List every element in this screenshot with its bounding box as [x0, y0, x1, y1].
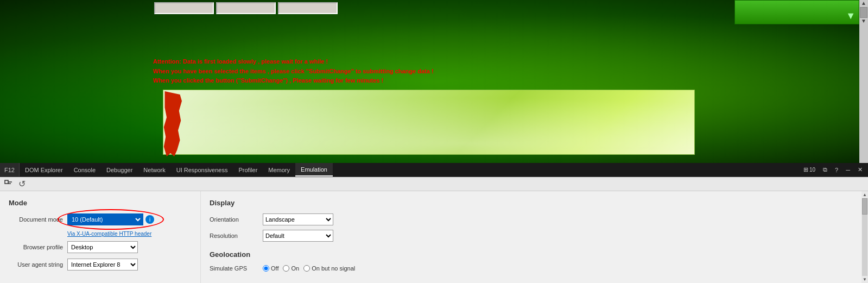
resolution-select[interactable]: Default 800x600 1024x768: [263, 230, 333, 242]
user-agent-label: User agent string: [9, 261, 63, 268]
geolocation-section-title: Geolocation: [210, 250, 859, 259]
user-agent-select[interactable]: Internet Explorer 8 Internet Explorer 11…: [67, 259, 138, 271]
green-area-scrollbar[interactable]: ▲ ▼: [859, 0, 868, 163]
tab-profiler[interactable]: Profiler: [233, 163, 263, 177]
emulation-content: Mode Document mode 10 (Default) 9 8 7 5 …: [0, 191, 868, 283]
browser-profile-select[interactable]: Desktop Windows Phone Custom: [67, 241, 138, 253]
svg-rect-0: [5, 180, 8, 184]
document-mode-label: Document mode: [9, 216, 63, 223]
top-green-button: ▼: [734, 0, 859, 24]
document-mode-select[interactable]: 10 (Default) 9 8 7 5 Edge: [67, 213, 143, 225]
panel-scroll-track[interactable]: [862, 198, 867, 276]
screen-count: 10: [809, 167, 815, 173]
document-mode-info-icon[interactable]: i: [145, 215, 154, 224]
tab-console[interactable]: Console: [68, 163, 101, 177]
top-button-3[interactable]: [278, 2, 338, 14]
scroll-up-arrow[interactable]: ▲: [861, 0, 866, 6]
devtools-panel: ↺ Mode Document mode 10 (Default) 9 8 7 …: [0, 177, 868, 283]
minimize-icon: ─: [846, 167, 850, 173]
geolocation-section: Geolocation Simulate GPS Off On: [210, 250, 859, 272]
gps-no-signal-option[interactable]: On but no signal: [303, 265, 355, 272]
top-button-1[interactable]: [154, 2, 214, 14]
gps-radio-group: Off On On but no signal: [263, 265, 355, 272]
gps-off-option[interactable]: Off: [263, 265, 278, 272]
light-green-content: [163, 90, 695, 155]
scroll-down-arrow[interactable]: ▼: [861, 18, 866, 24]
top-buttons-row: [152, 0, 340, 16]
new-window-button[interactable]: ⧉: [820, 165, 831, 174]
display-section: Display Orientation Landscape Portrait R…: [210, 199, 859, 242]
panel-scrollbar[interactable]: ▲ ▼: [861, 191, 868, 283]
tab-ui-responsiveness[interactable]: UI Responsiveness: [171, 163, 233, 177]
help-icon: ?: [835, 167, 838, 173]
tab-network[interactable]: Network: [138, 163, 170, 177]
top-button-2[interactable]: [216, 2, 276, 14]
gps-off-radio[interactable]: [263, 265, 269, 272]
gps-no-signal-label: On but no signal: [312, 265, 355, 272]
orientation-label: Orientation: [210, 216, 258, 223]
tab-memory[interactable]: Memory: [263, 163, 295, 177]
screen-icon-button[interactable]: ⊞ 10: [800, 165, 819, 174]
new-window-icon: ⧉: [823, 166, 827, 173]
resolution-row: Resolution Default 800x600 1024x768: [210, 230, 859, 242]
panel-scroll-up[interactable]: ▲: [863, 192, 867, 197]
attention-line-3: When you clicked the button ("SubmitChan…: [153, 76, 434, 86]
gps-on-label: On: [291, 265, 299, 272]
select-element-icon[interactable]: [3, 179, 14, 190]
devtools-toolbar: F12 DOM Explorer Console Debugger Networ…: [0, 163, 868, 177]
simulate-gps-row: Simulate GPS Off On On but no signal: [210, 265, 859, 272]
tab-debugger[interactable]: Debugger: [101, 163, 138, 177]
help-button[interactable]: ?: [832, 166, 841, 174]
green-background: ▼ ▲ ▼ Attention: Data is first loaded sl…: [0, 0, 868, 163]
dropdown-arrow-icon: ▼: [846, 10, 856, 22]
mode-section-title: Mode: [9, 199, 192, 207]
resolution-label: Resolution: [210, 232, 258, 239]
orientation-row: Orientation Landscape Portrait: [210, 213, 859, 225]
attention-line-2: When you have been selected the items , …: [153, 67, 434, 77]
refresh-icon[interactable]: ↺: [16, 179, 27, 190]
display-geo-panel: Display Orientation Landscape Portrait R…: [201, 191, 868, 283]
document-mode-row: Document mode 10 (Default) 9 8 7 5 Edge …: [9, 213, 192, 225]
close-button[interactable]: ✕: [854, 165, 866, 174]
tab-emulation[interactable]: Emulation: [295, 163, 333, 177]
scroll-thumb[interactable]: [860, 7, 867, 18]
minimize-button[interactable]: ─: [842, 166, 853, 174]
gps-on-radio[interactable]: [283, 265, 289, 272]
panel-scroll-down[interactable]: ▼: [863, 277, 867, 282]
attention-line-1: Attention: Data is first loaded slowly ,…: [153, 57, 434, 67]
display-section-title: Display: [210, 199, 859, 207]
gps-off-label: Off: [271, 265, 278, 272]
simulate-gps-label: Simulate GPS: [210, 265, 258, 272]
orientation-select[interactable]: Landscape Portrait: [263, 213, 333, 225]
gps-no-signal-radio[interactable]: [303, 265, 310, 272]
gps-on-option[interactable]: On: [283, 265, 299, 272]
browser-profile-row: Browser profile Desktop Windows Phone Cu…: [9, 241, 192, 253]
document-mode-highlight: 10 (Default) 9 8 7 5 Edge i: [67, 213, 154, 225]
attention-text: Attention: Data is first loaded slowly ,…: [153, 57, 434, 86]
user-agent-row: User agent string Internet Explorer 8 In…: [9, 259, 192, 271]
f12-label: F12: [0, 163, 20, 177]
browser-profile-label: Browser profile: [9, 244, 63, 250]
screen-icon: ⊞: [803, 166, 808, 173]
devtools-actions-row: ↺: [0, 177, 868, 191]
tab-dom-explorer[interactable]: DOM Explorer: [20, 163, 68, 177]
mode-panel: Mode Document mode 10 (Default) 9 8 7 5 …: [0, 191, 201, 283]
via-compat-link[interactable]: Via X-UA-compatible HTTP header: [67, 231, 192, 237]
devtools-right-icons: ⊞ 10 ⧉ ? ─ ✕: [800, 163, 868, 177]
close-icon: ✕: [858, 166, 863, 173]
panel-scroll-thumb[interactable]: [862, 198, 867, 215]
